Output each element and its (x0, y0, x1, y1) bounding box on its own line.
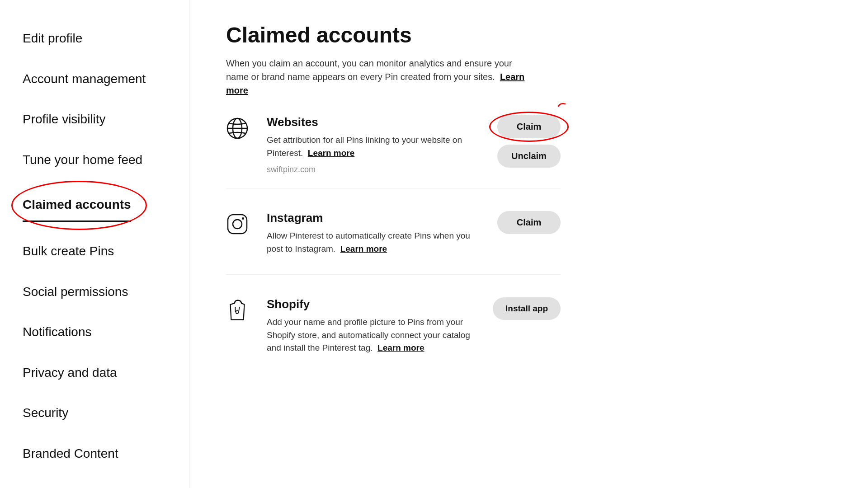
websites-description: Get attribution for all Pins linking to … (267, 134, 470, 160)
sidebar-item-edit-profile[interactable]: Edit profile (23, 23, 171, 54)
shopify-icon (226, 299, 253, 324)
shopify-learn-more[interactable]: Learn more (377, 343, 424, 352)
instagram-learn-more[interactable]: Learn more (340, 244, 387, 253)
websites-info: Websites Get attribution for all Pins li… (267, 115, 470, 174)
shopify-install-button[interactable]: Install app (493, 297, 561, 320)
websites-claim-button[interactable]: Claim (497, 115, 561, 138)
shopify-section: Shopify Add your name and profile pictur… (226, 297, 561, 374)
shopify-description-text: Add your name and profile picture to Pin… (267, 317, 470, 352)
instagram-description: Allow Pinterest to automatically create … (267, 230, 470, 255)
sidebar-item-wrapper-claimed-accounts: Claimed accounts (23, 184, 131, 226)
sidebar-item-notifications[interactable]: Notifications (23, 316, 171, 348)
page-description: When you claim an account, you can monit… (226, 56, 533, 97)
sidebar-item-social-permissions[interactable]: Social permissions (23, 276, 171, 308)
websites-unclaim-button[interactable]: Unclaim (497, 145, 561, 168)
instagram-info: Instagram Allow Pinterest to automatical… (267, 211, 470, 261)
sidebar-item-wrapper-social-permissions: Social permissions (23, 272, 171, 312)
sidebar-item-tune-home-feed[interactable]: Tune your home feed (23, 144, 171, 176)
sidebar-item-wrapper-branded-content: Branded Content (23, 433, 171, 474)
sidebar-item-privacy-data[interactable]: Privacy and data (23, 357, 171, 389)
svg-point-5 (242, 217, 244, 220)
sidebar-item-wrapper-account-management: Account management (23, 59, 171, 99)
sidebar-item-profile-visibility[interactable]: Profile visibility (23, 103, 171, 135)
sidebar-item-branded-content[interactable]: Branded Content (23, 438, 171, 469)
sidebar-item-wrapper-privacy-data: Privacy and data (23, 352, 171, 393)
page-description-text: When you claim an account, you can monit… (226, 58, 512, 82)
websites-learn-more[interactable]: Learn more (308, 148, 354, 158)
instagram-actions: Claim (488, 211, 561, 234)
sidebar-item-bulk-create-pins[interactable]: Bulk create Pins (23, 235, 171, 267)
sidebar-item-wrapper-edit-profile: Edit profile (23, 18, 171, 59)
shopify-description: Add your name and profile picture to Pin… (267, 316, 470, 355)
websites-description-text: Get attribution for all Pins linking to … (267, 135, 462, 158)
instagram-section: Instagram Allow Pinterest to automatical… (226, 211, 561, 275)
sidebar-item-security[interactable]: Security (23, 397, 171, 429)
globe-icon (226, 117, 253, 141)
page-title: Claimed accounts (226, 23, 561, 47)
websites-actions: Claim Unclaim (488, 115, 561, 168)
shopify-name: Shopify (267, 297, 470, 311)
websites-name: Websites (267, 115, 470, 129)
sidebar-item-wrapper-security: Security (23, 393, 171, 433)
main-content: Claimed accounts When you claim an accou… (190, 0, 597, 488)
sidebar-item-account-management[interactable]: Account management (23, 63, 171, 95)
websites-section: Websites Get attribution for all Pins li… (226, 115, 561, 188)
instagram-name: Instagram (267, 211, 470, 225)
sidebar-item-wrapper-bulk-create-pins: Bulk create Pins (23, 231, 171, 272)
instagram-claim-button[interactable]: Claim (497, 211, 561, 234)
shopify-info: Shopify Add your name and profile pictur… (267, 297, 470, 360)
sidebar-item-wrapper-tune-home-feed: Tune your home feed (23, 140, 171, 180)
sidebar-item-claimed-accounts[interactable]: Claimed accounts (23, 189, 131, 222)
svg-point-4 (233, 220, 242, 229)
websites-claimed-url: swiftpinz.com (267, 165, 470, 174)
websites-claim-btn-wrapper: Claim (497, 115, 561, 138)
shopify-actions: Install app (488, 297, 561, 320)
sidebar-item-wrapper-notifications: Notifications (23, 312, 171, 352)
sidebar-item-wrapper-profile-visibility: Profile visibility (23, 99, 171, 140)
instagram-icon (226, 213, 253, 237)
svg-rect-3 (228, 215, 247, 234)
sidebar: Edit profile Account management Profile … (0, 0, 190, 488)
